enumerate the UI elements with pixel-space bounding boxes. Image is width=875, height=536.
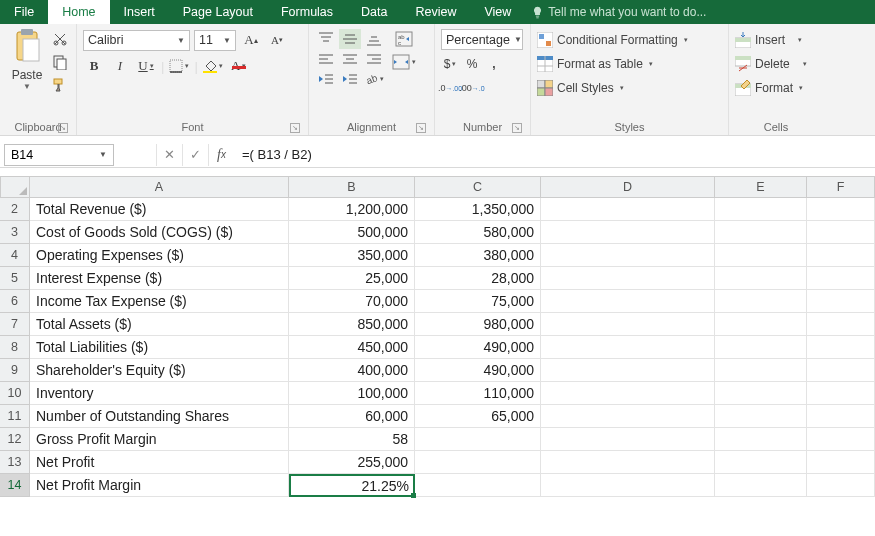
cell[interactable] xyxy=(415,474,541,497)
row-header[interactable]: 9 xyxy=(0,359,30,382)
cell[interactable]: 980,000 xyxy=(415,313,541,336)
cell[interactable]: Number of Outstanding Shares xyxy=(30,405,289,428)
decrease-decimal-button[interactable]: .00→.0 xyxy=(463,78,481,98)
percent-style-button[interactable]: % xyxy=(463,54,481,74)
cell[interactable]: Net Profit xyxy=(30,451,289,474)
cell[interactable] xyxy=(541,313,715,336)
merge-center-button[interactable]: ▾ xyxy=(391,52,417,72)
tell-me-search[interactable]: Tell me what you want to do... xyxy=(525,0,706,24)
delete-cells-button[interactable]: Delete ▾ xyxy=(735,53,817,75)
cell[interactable] xyxy=(541,451,715,474)
cell[interactable]: 350,000 xyxy=(289,244,415,267)
cell[interactable] xyxy=(715,428,807,451)
row-header[interactable]: 12 xyxy=(0,428,30,451)
tab-view[interactable]: View xyxy=(470,0,525,24)
comma-style-button[interactable]: , xyxy=(485,54,503,74)
cell[interactable] xyxy=(715,382,807,405)
cell[interactable] xyxy=(807,290,875,313)
underline-button[interactable]: U▾ xyxy=(135,55,157,77)
cell[interactable]: 500,000 xyxy=(289,221,415,244)
cell[interactable]: 21.25% xyxy=(289,474,415,497)
cell[interactable] xyxy=(541,359,715,382)
cell[interactable]: 490,000 xyxy=(415,359,541,382)
cell[interactable] xyxy=(807,336,875,359)
row-header[interactable]: 7 xyxy=(0,313,30,336)
cell[interactable]: 255,000 xyxy=(289,451,415,474)
clipboard-dialog-launcher[interactable]: ↘ xyxy=(58,123,68,133)
cell[interactable]: 28,000 xyxy=(415,267,541,290)
copy-button[interactable] xyxy=(52,54,68,73)
cell[interactable]: Interest Expense ($) xyxy=(30,267,289,290)
cell[interactable] xyxy=(715,221,807,244)
cell[interactable] xyxy=(541,336,715,359)
cell[interactable] xyxy=(715,451,807,474)
row-header[interactable]: 6 xyxy=(0,290,30,313)
cell[interactable] xyxy=(807,428,875,451)
cell[interactable]: 450,000 xyxy=(289,336,415,359)
cell[interactable]: Income Tax Expense ($) xyxy=(30,290,289,313)
cell[interactable]: Total Revenue ($) xyxy=(30,198,289,221)
borders-button[interactable]: ▾ xyxy=(168,55,190,77)
cut-button[interactable] xyxy=(52,31,68,50)
insert-cells-button[interactable]: Insert ▾ xyxy=(735,29,817,51)
decrease-indent-button[interactable] xyxy=(315,69,337,89)
tab-insert[interactable]: Insert xyxy=(110,0,169,24)
paste-dropdown[interactable]: ▼ xyxy=(23,82,31,91)
cell[interactable] xyxy=(415,428,541,451)
cell[interactable] xyxy=(807,198,875,221)
cell[interactable] xyxy=(715,405,807,428)
conditional-formatting-button[interactable]: Conditional Formatting▾ xyxy=(537,29,722,51)
cell[interactable] xyxy=(541,474,715,497)
row-header[interactable]: 10 xyxy=(0,382,30,405)
cell[interactable] xyxy=(807,405,875,428)
cell[interactable] xyxy=(715,313,807,336)
cancel-formula-button[interactable]: ✕ xyxy=(156,144,182,166)
align-right-button[interactable] xyxy=(363,49,385,69)
cell[interactable]: 380,000 xyxy=(415,244,541,267)
col-header-B[interactable]: B xyxy=(289,176,415,198)
cell[interactable]: 25,000 xyxy=(289,267,415,290)
number-format-combo[interactable]: Percentage▼ xyxy=(441,29,523,50)
formula-input[interactable] xyxy=(234,144,875,166)
number-dialog-launcher[interactable]: ↘ xyxy=(512,123,522,133)
increase-font-size-button[interactable]: A▴ xyxy=(240,29,262,51)
cell[interactable] xyxy=(541,405,715,428)
format-cells-button[interactable]: Format▾ xyxy=(735,77,817,99)
cell[interactable] xyxy=(715,267,807,290)
insert-function-button[interactable]: fx xyxy=(208,144,234,166)
format-as-table-button[interactable]: Format as Table▾ xyxy=(537,53,722,75)
select-all-button[interactable] xyxy=(0,176,30,198)
cell[interactable] xyxy=(541,198,715,221)
cell[interactable] xyxy=(715,474,807,497)
top-align-button[interactable] xyxy=(315,29,337,49)
row-header[interactable]: 5 xyxy=(0,267,30,290)
cell[interactable] xyxy=(807,221,875,244)
format-painter-button[interactable] xyxy=(52,77,68,96)
cell[interactable]: 580,000 xyxy=(415,221,541,244)
row-header[interactable]: 13 xyxy=(0,451,30,474)
cell-styles-button[interactable]: Cell Styles▾ xyxy=(537,77,722,99)
bottom-align-button[interactable] xyxy=(363,29,385,49)
row-header[interactable]: 11 xyxy=(0,405,30,428)
accounting-format-button[interactable]: $▾ xyxy=(441,54,459,74)
font-name-combo[interactable]: Calibri▼ xyxy=(83,30,190,51)
cell[interactable]: 58 xyxy=(289,428,415,451)
cell[interactable] xyxy=(807,244,875,267)
cell[interactable] xyxy=(541,221,715,244)
row-header[interactable]: 8 xyxy=(0,336,30,359)
cell[interactable]: Gross Profit Margin xyxy=(30,428,289,451)
wrap-text-button[interactable]: abc xyxy=(391,29,417,49)
middle-align-button[interactable] xyxy=(339,29,361,49)
tab-review[interactable]: Review xyxy=(401,0,470,24)
cell[interactable]: 100,000 xyxy=(289,382,415,405)
cell[interactable]: 60,000 xyxy=(289,405,415,428)
cell[interactable]: 490,000 xyxy=(415,336,541,359)
col-header-D[interactable]: D xyxy=(541,176,715,198)
cell[interactable] xyxy=(715,336,807,359)
cell[interactable] xyxy=(807,451,875,474)
cell[interactable]: 1,350,000 xyxy=(415,198,541,221)
cell[interactable]: Operating Expenses ($) xyxy=(30,244,289,267)
cell[interactable]: 65,000 xyxy=(415,405,541,428)
cell[interactable]: Total Liabilities ($) xyxy=(30,336,289,359)
paste-button[interactable] xyxy=(12,27,42,66)
